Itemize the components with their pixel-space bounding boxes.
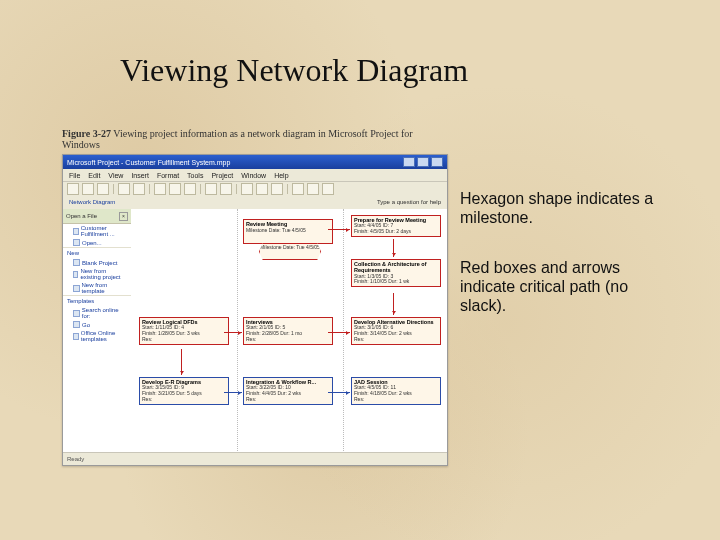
tool-group-icon[interactable] — [322, 183, 334, 195]
annotation-hexagon: Hexagon shape indicates a milestone. — [460, 189, 670, 227]
node-line: Milestone Date: Tue 4/5/05 — [246, 227, 330, 242]
tool-separator — [149, 184, 150, 194]
node-res: Res: — [142, 337, 226, 343]
tool-preview-icon[interactable] — [133, 183, 145, 195]
tool-redo-icon[interactable] — [220, 183, 232, 195]
menu-file[interactable]: File — [69, 172, 80, 179]
pane-section-new: New — [63, 247, 131, 258]
formula-bar: Network Diagram Type a question for help — [63, 195, 447, 210]
menu-window[interactable]: Window — [241, 172, 266, 179]
tool-unlink-icon[interactable] — [256, 183, 268, 195]
pane-blank[interactable]: Blank Project — [63, 258, 131, 267]
tool-link-icon[interactable] — [241, 183, 253, 195]
window-buttons — [403, 157, 443, 167]
tool-new-icon[interactable] — [67, 183, 79, 195]
menu-tools[interactable]: Tools — [187, 172, 203, 179]
arrow-icon — [328, 332, 350, 333]
node-title: Collection & Architecture of Requirement… — [354, 261, 438, 274]
node-integration[interactable]: Integration & Workflow R... Start: 3/22/… — [243, 377, 333, 405]
node-develop-alt[interactable]: Develop Alternative Directions Start: 3/… — [351, 317, 441, 345]
node-analysis[interactable]: Collection & Architecture of Requirement… — [351, 259, 441, 287]
tool-print-icon[interactable] — [118, 183, 130, 195]
node-er-diagrams[interactable]: Develop E-R Diagrams Start: 3/15/05 ID: … — [139, 377, 229, 405]
menu-format[interactable]: Format — [157, 172, 179, 179]
arrow-down-icon — [181, 349, 182, 375]
node-res: Res: — [246, 397, 330, 403]
pane-recent-file[interactable]: Customer Fulfillment ... — [63, 224, 131, 238]
network-diagram-canvas[interactable]: Review Meeting Milestone Date: Tue 4/5/0… — [131, 209, 447, 453]
menu-insert[interactable]: Insert — [131, 172, 149, 179]
window-title: Microsoft Project - Customer Fulfillment… — [67, 159, 230, 166]
tool-undo-icon[interactable] — [205, 183, 217, 195]
minimize-button[interactable] — [403, 157, 415, 167]
tool-copy-icon[interactable] — [169, 183, 181, 195]
node-interviews[interactable]: Interviews Start: 2/1/05 ID: 5 Finish: 2… — [243, 317, 333, 345]
arrow-down-icon — [393, 239, 394, 257]
maximize-button[interactable] — [417, 157, 429, 167]
pane-open[interactable]: Open... — [63, 238, 131, 247]
tool-separator — [200, 184, 201, 194]
figure-caption: Figure 3-27 Viewing project information … — [62, 128, 446, 150]
pane-office-online[interactable]: Office Online templates — [63, 329, 131, 343]
node-res: Res: — [354, 397, 438, 403]
status-bar: Ready — [63, 452, 447, 465]
arrow-icon — [328, 392, 350, 393]
arrow-icon — [224, 332, 242, 333]
menu-edit[interactable]: Edit — [88, 172, 100, 179]
figure-label: Figure 3-27 — [62, 128, 111, 139]
node-review-meeting[interactable]: Review Meeting Milestone Date: Tue 4/5/0… — [243, 219, 333, 244]
pane-from-existing[interactable]: New from existing project — [63, 267, 131, 281]
node-res: Res: — [142, 397, 226, 403]
node-review-logic[interactable]: Review Logical DFDs Start: 1/11/05 ID: 4… — [139, 317, 229, 345]
pane-header: Open a File × — [63, 209, 131, 224]
annotation-critical-path: Red boxes and arrows indicate critical p… — [460, 258, 670, 316]
menu-help[interactable]: Help — [274, 172, 288, 179]
node-prep-review[interactable]: Prepare for Review Meeting Start: 4/4/05… — [351, 215, 441, 237]
titlebar: Microsoft Project - Customer Fulfillment… — [63, 155, 447, 169]
figure-block: Figure 3-27 Viewing project information … — [62, 128, 446, 466]
tool-separator — [113, 184, 114, 194]
tool-save-icon[interactable] — [97, 183, 109, 195]
node-res: Res: — [246, 337, 330, 343]
arrow-down-icon — [393, 293, 394, 315]
page-divider — [343, 209, 344, 453]
menu-view[interactable]: View — [108, 172, 123, 179]
arrow-icon — [328, 229, 350, 230]
tool-goto-icon[interactable] — [307, 183, 319, 195]
node-line: Finish: 4/5/05 Dur: 2 days — [354, 229, 438, 235]
milestone-hexagon[interactable]: Milestone Date: Tue 4/5/05 — [259, 243, 321, 260]
tool-split-icon[interactable] — [271, 183, 283, 195]
slide-title: Viewing Network Diagram — [120, 52, 468, 89]
figure-caption-text: Viewing project information as a network… — [62, 128, 413, 150]
ms-project-window: Microsoft Project - Customer Fulfillment… — [62, 154, 448, 466]
network-diagram-label: Network Diagram — [69, 199, 115, 205]
tool-separator — [236, 184, 237, 194]
node-line: Finish: 1/10/05 Dur: 1 wk — [354, 279, 438, 285]
node-jad[interactable]: JAD Session Start: 4/5/05 ID: 11 Finish:… — [351, 377, 441, 405]
tool-separator — [287, 184, 288, 194]
pane-title: Open a File — [66, 213, 97, 219]
tool-paste-icon[interactable] — [184, 183, 196, 195]
menubar: File Edit View Insert Format Tools Proje… — [63, 169, 447, 182]
task-pane: Open a File × Customer Fulfillment ... O… — [63, 209, 132, 453]
status-text: Ready — [67, 456, 84, 462]
pane-section-templates: Templates — [63, 295, 131, 306]
help-prompt[interactable]: Type a question for help — [377, 199, 441, 205]
tool-open-icon[interactable] — [82, 183, 94, 195]
tool-cut-icon[interactable] — [154, 183, 166, 195]
node-res: Res: — [354, 337, 438, 343]
tool-zoom-icon[interactable] — [292, 183, 304, 195]
arrow-icon — [224, 392, 242, 393]
pane-search[interactable]: Search online for: — [63, 306, 131, 320]
pane-from-template[interactable]: New from template — [63, 281, 131, 295]
menu-project[interactable]: Project — [211, 172, 233, 179]
pane-go[interactable]: Go — [63, 320, 131, 329]
pane-close-icon[interactable]: × — [119, 212, 128, 221]
close-button[interactable] — [431, 157, 443, 167]
